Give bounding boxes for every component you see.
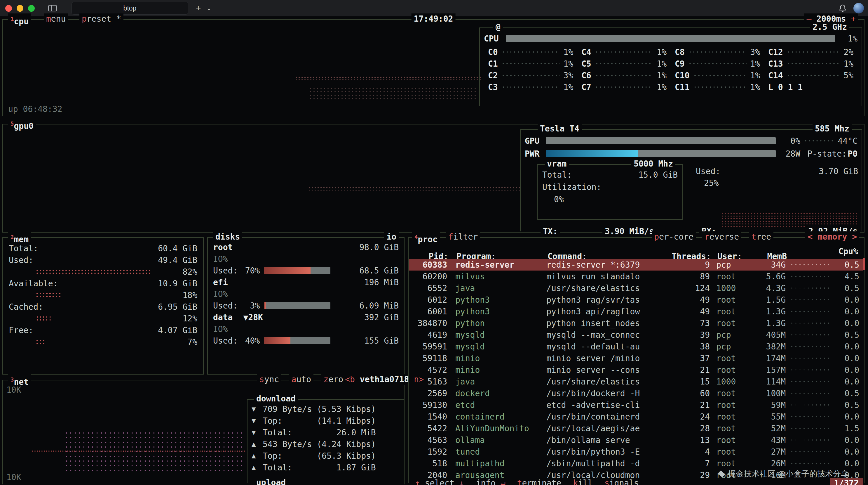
cpu-core: C1 1% — [484, 58, 577, 69]
process-pid: 59130 — [409, 400, 450, 410]
process-program: python3 — [450, 307, 546, 316]
process-command: /usr/bin/containerd — [546, 412, 669, 422]
disks-io-toggle[interactable]: io — [384, 231, 399, 242]
process-memory: 43M — [753, 435, 786, 445]
process-row[interactable]: 6552 java /usr/share/elastics 124 1000 4… — [409, 282, 863, 294]
cpu-core: L 0 1 1 — [764, 81, 858, 93]
proc-tree-toggle[interactable]: tree — [749, 231, 773, 242]
mem-stat-percent: 7% — [187, 337, 197, 347]
process-threads: 21 — [669, 400, 710, 410]
process-pid: 384870 — [409, 318, 450, 328]
process-command: /usr/share/elastics — [546, 377, 669, 387]
new-tab-button[interactable]: + — [196, 3, 201, 13]
process-cpu: 1.5 — [834, 424, 863, 433]
mem-stat-label: Used: — [9, 255, 33, 265]
process-program: containerd — [450, 412, 546, 422]
process-cpu: 0.5 — [834, 330, 863, 340]
process-row[interactable]: 6012 python3 python3 rag/svr/tas 49 root… — [409, 294, 863, 306]
mem-usage-graph — [36, 292, 176, 298]
kill-button[interactable]: kill — [573, 478, 592, 485]
preset-button[interactable]: preset * — [80, 13, 123, 25]
proc-table-header: Pid: Program: Command: Threads: User: Me… — [410, 247, 862, 258]
cpu-meter-bar — [506, 35, 835, 42]
process-row[interactable]: 59591 mysqld mysqld --default-au 38 pcp … — [409, 341, 863, 352]
proc-sort-selector[interactable]: < memory > — [805, 231, 859, 242]
process-row[interactable]: 4619 mysqld mysqld --max_connec 39 pcp 4… — [409, 329, 863, 341]
leader-dots — [790, 404, 830, 406]
avatar[interactable] — [854, 3, 864, 13]
minimize-window-button[interactable] — [17, 5, 23, 12]
tab-dropdown-button[interactable]: ⌄ — [206, 4, 212, 12]
process-row[interactable]: 59118 minio minio server /minio 37 root … — [409, 352, 863, 364]
net-auto-button[interactable]: auto — [289, 374, 313, 385]
mem-stat-row: Used: 49.4 GiB — [9, 254, 197, 266]
process-cpu: 4.5 — [834, 272, 863, 281]
process-user: root — [710, 400, 753, 410]
mem-stat-label: Free: — [9, 325, 33, 335]
leader-dots — [595, 62, 653, 65]
process-user: root — [710, 435, 753, 445]
process-row[interactable]: 4563 ollama /bin/ollama serve 13 root 43… — [409, 434, 863, 446]
process-memory: 55M — [753, 412, 786, 422]
process-row[interactable]: 384870 python python insert_nodes 73 roo… — [409, 317, 863, 329]
proc-filter-button[interactable]: filter — [446, 231, 480, 242]
process-row[interactable]: 4572 minio minio server --cons 21 root 1… — [409, 364, 863, 376]
process-cpu: 0.0 — [834, 435, 863, 445]
process-user: pcp — [710, 330, 753, 340]
process-program: java — [450, 283, 546, 293]
menu-button[interactable]: menu — [44, 13, 68, 25]
mem-stat-row: Total: 60.4 GiB — [9, 242, 197, 254]
sidebar-toggle-icon[interactable] — [48, 5, 57, 11]
leader-dots — [804, 140, 834, 142]
terminate-button[interactable]: terminate — [517, 478, 562, 485]
process-threads: 73 — [669, 318, 710, 328]
cpu-core: C2 3% — [484, 69, 577, 81]
process-pid: 1540 — [409, 412, 450, 422]
disk-list: root 98.0 GiB IO% Used: 70% 68.5 GiB — [208, 238, 404, 346]
proc-scrollbar-thumb[interactable] — [863, 258, 865, 270]
process-row[interactable]: 60200 milvus milvus run standalo 89 root… — [409, 270, 863, 282]
signals-button[interactable]: signals — [604, 478, 639, 485]
process-cpu: 0.0 — [834, 318, 863, 328]
notification-icon[interactable] — [838, 4, 847, 12]
process-row[interactable]: 59130 etcd etcd -advertise-cli 21 root 5… — [409, 399, 863, 411]
leader-dots — [501, 86, 560, 88]
net-sync-button[interactable]: sync — [257, 374, 281, 385]
disk-used-label: Used: — [213, 301, 238, 311]
info-button[interactable]: info ↵ — [476, 478, 505, 485]
process-memory: 382M — [753, 342, 786, 351]
net-zero-button[interactable]: zero — [321, 374, 346, 385]
process-command: milvus run standalo — [546, 272, 669, 281]
process-row[interactable]: 518 multipathd /sbin/multipathd -d 7 roo… — [409, 458, 863, 469]
proc-per-core-toggle[interactable]: per-core — [652, 231, 696, 242]
process-threads: 60 — [669, 389, 710, 398]
terminal-tab[interactable]: btop — [71, 2, 188, 15]
process-row[interactable]: 1592 tuned /usr/bin/python3 -E 4 root 27… — [409, 446, 863, 458]
process-cpu: 0.0 — [834, 295, 863, 305]
refresh-plus-button[interactable]: + — [851, 14, 856, 24]
disk-used-value: 68.5 GiB — [359, 266, 399, 276]
tab-title: btop — [123, 4, 136, 12]
proc-reverse-toggle[interactable]: reverse — [702, 231, 741, 242]
cpu-graph — [295, 76, 482, 80]
cpu-meter-box: @ 2.5 GHz CPU 1% C0 1% C1 — [479, 27, 862, 106]
disk-io-label: IO% — [213, 324, 228, 334]
process-row[interactable]: 5422 AliYunDunMonito /usr/local/aegis/ae… — [409, 423, 863, 434]
process-row[interactable]: 60383 redis-server redis-server *:6379 9… — [409, 259, 863, 270]
process-row[interactable]: 6001 python3 python3 api/ragflow 49 root… — [409, 306, 863, 317]
process-row[interactable]: 5163 java /usr/share/elastics 15 1000 11… — [409, 376, 863, 388]
close-window-button[interactable] — [5, 5, 12, 12]
process-row[interactable]: 2569 dockerd /usr/bin/dockerd -H 60 root… — [409, 388, 863, 399]
gpu-frequency: 585 Mhz — [812, 123, 851, 134]
btop-terminal: 1cpu menu preset * 17:49:02 – 2000ms + u… — [0, 17, 868, 485]
select-hint[interactable]: ↑ select ↓ — [415, 478, 464, 485]
gpu-meter-box: Tesla T4 585 Mhz GPU 0% 44°C PWR 28W P-s… — [520, 129, 862, 231]
process-user: root — [710, 447, 753, 457]
process-row[interactable]: 1540 containerd /usr/bin/containerd 24 r… — [409, 411, 863, 423]
process-user: root — [710, 353, 753, 363]
disk-name: root — [213, 242, 232, 252]
gpu-panel: 5gpu0 Tesla T4 585 Mhz GPU 0% 44°C PWR 2… — [2, 124, 865, 233]
process-pid: 60383 — [409, 260, 450, 270]
zoom-window-button[interactable] — [28, 5, 35, 12]
process-threads: 4 — [669, 447, 710, 457]
